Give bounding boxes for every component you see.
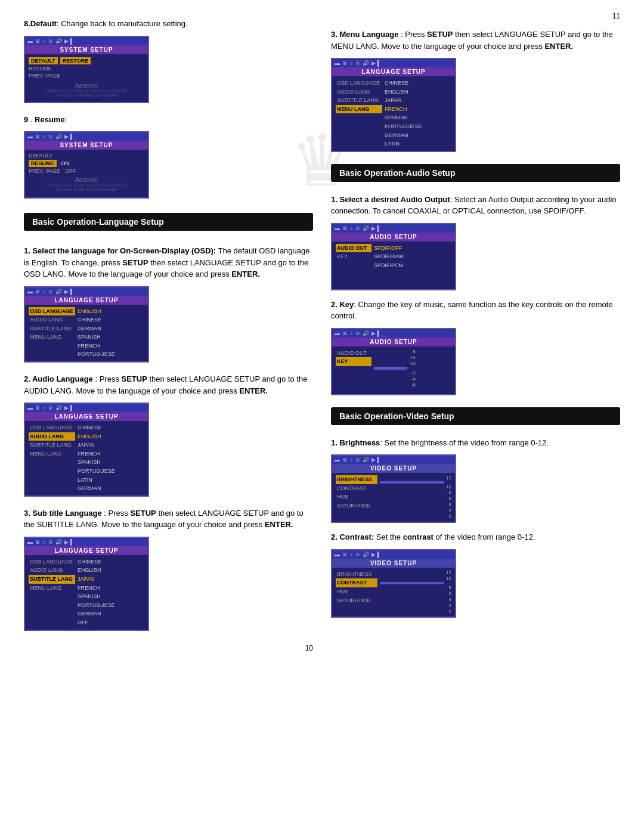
bar-label-m4: -4	[374, 376, 416, 382]
subtitle-val: GERMAN	[78, 324, 144, 333]
audio-lang-opt-2: AUDIO LANG	[29, 432, 75, 441]
audio-val-3: ENGLISH	[78, 566, 144, 575]
screen-lang-subtitle: ▬ 🖥 ♪ ⊘ 🔊 ▶▐ LANGUAGE SETUP OSD LANGUAGE…	[24, 537, 149, 631]
extra-val-r3: GERMAN	[385, 131, 451, 140]
extra-val-3: SPANISH	[78, 458, 144, 467]
volume-icon-2: 🔊	[55, 134, 62, 140]
menu-lang-opt-2: MENU LANG	[29, 450, 75, 459]
osd-lang-opt-4: OSD LANGUAGE	[336, 79, 382, 88]
volume-icon-v1: 🔊	[363, 457, 369, 463]
screen-body-video2: BRIGHTNESS CONTRAST HUE SATURATION 12 10	[332, 568, 455, 617]
video1-bar: 12 10 8 6 4 2 0	[380, 475, 451, 519]
screen-title-lang1: LANGUAGE SETUP	[25, 296, 148, 305]
extra-val-10: OFF	[78, 618, 144, 627]
brand-sub-4: with USB & Memory Card Reader	[29, 187, 144, 191]
section-lang1-text: 1. Select the language for On-Screen-Dis…	[24, 245, 313, 280]
banner-audio-setup: Basic Operation-Audio Setup	[331, 164, 620, 182]
nav-icon-2: ▶▐	[64, 134, 72, 140]
disc-icon-v2: ▬	[335, 552, 340, 558]
screen-audio-out: ▬ 🖥 ♪ ⊘ 🔊 ▶▐ AUDIO SETUP AUDIO OUT	[331, 223, 456, 290]
topbar-icons-video1: ▬ 🖥 ♪ ⊘ 🔊 ▶▐	[335, 457, 379, 463]
screen-body-lang3: OSD LANGUAGE AUDIO LANG SUBTITLE LANG ME…	[25, 555, 148, 630]
music-icon-v2: ♪	[350, 552, 353, 558]
section-9-title: 9 . Resume:	[24, 114, 313, 126]
screen-title-lang3: LANGUAGE SETUP	[25, 546, 148, 555]
nav-icon: ▶▐	[64, 38, 72, 44]
osd-val-2: CHINESE	[78, 423, 144, 432]
section-video1-text: 1. Brightness: Set the brightness of the…	[331, 437, 620, 449]
screen-title-video1: VIDEO SETUP	[332, 464, 455, 473]
screen-body-lang1: OSD LANGUAGE AUDIO LANG SUBTITLE LANG ME…	[25, 305, 148, 362]
screen-topbar-2: ▬ 🖥 ♪ ⊘ 🔊 ▶▐	[25, 132, 148, 141]
volume-icon: 🔊	[55, 38, 62, 44]
lang1-values: ENGLISH CHINESE GERMAN SPANISH FRENCH PO…	[78, 307, 144, 360]
audio-lang-opt-4: AUDIO LANG	[336, 88, 382, 97]
stop-icon-v2: ⊘	[355, 552, 360, 558]
screen-body-video1: BRIGHTNESS CONTRAST HUE SATURATION 12 10	[332, 473, 455, 522]
screen-body-1: DEFAULT RESTORE RESUME PREV. PAGE Aesoni…	[25, 54, 148, 102]
spdif-pcm-val: SPDIF/PCM	[374, 261, 451, 270]
stop-icon-2: ⊘	[48, 134, 53, 140]
screen-row-prevpage: PREV. PAGE	[29, 72, 144, 79]
music-icon-2: ♪	[43, 134, 46, 140]
screen-title-lang4: LANGUAGE SETUP	[332, 67, 455, 76]
spdif-raw-val: SPDIF/RAW	[374, 252, 451, 261]
off-label: OFF	[65, 168, 76, 174]
screen-lang-osd: ▬ 🖥 ♪ ⊘ 🔊 ▶▐ LANGUAGE SETUP OSD LANGUAGE…	[24, 286, 149, 363]
extra-val-r2: PORTUGUESE	[385, 122, 451, 131]
extra-val-2: PORTUGUESE	[78, 350, 144, 359]
nav-icon-l1: ▶▐	[64, 289, 72, 295]
lang3-values: CHINESE ENGLISH JAPAN FRENCH SPANISH POR…	[78, 558, 144, 627]
screen-body-audio2: AUDIO OUT KEY 8 +4 +2 -2	[332, 346, 455, 394]
nav-icon-l2: ▶▐	[64, 405, 72, 411]
topbar-icons: ▬ 🖥 ♪ ⊘ 🔊 ▶▐	[27, 38, 72, 44]
volume-icon-v2: 🔊	[363, 552, 369, 558]
v-bar-10: 10	[380, 484, 451, 490]
video2-labels: BRIGHTNESS CONTRAST HUE SATURATION	[336, 570, 377, 614]
cd-icon-l1: 🖥	[35, 289, 41, 295]
screen-lang-audio: ▬ 🖥 ♪ ⊘ 🔊 ▶▐ LANGUAGE SETUP OSD LANGUAGE…	[24, 402, 149, 497]
screen-row-prevpage-2: PREV. PAGE OFF	[29, 168, 144, 175]
menu-lang-opt-4: MENU LANG	[336, 105, 382, 114]
subtitle-lang-opt: SUBTITLE LANG	[29, 324, 75, 333]
music-icon-l2: ♪	[43, 405, 46, 411]
subtitle-val-2: JAPAN	[78, 441, 144, 450]
screen-row-default: DEFAULT RESTORE	[29, 57, 144, 65]
topbar-icons-audio2: ▬ 🖥 ♪ ⊘ 🔊 ▶▐	[335, 330, 379, 336]
video2-bar: 12 10 8 6 4 2 0	[380, 570, 451, 614]
audio1-labels: AUDIO OUT KEY	[336, 244, 371, 287]
v-bar-fill-1	[380, 481, 444, 484]
section-audio2: 2. Key: Change the key of music, same fu…	[331, 299, 620, 395]
section-video2-text: 2. Contrast: Set the contrast of the vid…	[331, 531, 620, 543]
section-lang3-text: 3. Sub title Language : Press SETUP then…	[24, 507, 313, 531]
volume-icon-l3: 🔊	[55, 539, 62, 545]
screen-title-audio1: AUDIO SETUP	[332, 233, 455, 241]
cd-icon-a2: 🖥	[342, 330, 348, 336]
cd-icon-a1: 🖥	[342, 225, 348, 231]
lang4-labels: OSD LANGUAGE AUDIO LANG SUBTITLE LANG ME…	[336, 79, 382, 148]
stop-icon-v1: ⊘	[355, 457, 360, 463]
disc-icon-2: ▬	[27, 134, 33, 140]
spdif-off-val: SPDIF/OFF	[374, 244, 451, 253]
audio-val: CHINESE	[78, 315, 144, 324]
menu-val-2: FRENCH	[78, 450, 144, 459]
menu-lang-opt: MENU LANG	[29, 333, 75, 342]
screen-video-contrast: ▬ 🖥 ♪ ⊘ 🔊 ▶▐ VIDEO SETUP BRIGHTNES	[331, 549, 456, 618]
screen-topbar: ▬ 🖥 ♪ ⊘ 🔊 ▶▐	[25, 37, 148, 45]
audio1-values: SPDIF/OFF SPDIF/RAW SPDIF/PCM	[374, 244, 451, 287]
resume-label: RESUME	[29, 66, 52, 72]
disc-icon-l3: ▬	[27, 539, 33, 545]
brand-aesonic-2: Aesonic	[29, 176, 144, 183]
subtitle-lang-opt-4: SUBTITLE LANG	[336, 96, 382, 105]
subtitle-lang-opt-2: SUBTITLE LANG	[29, 441, 75, 450]
bar-label-2: +2	[374, 361, 416, 366]
extra-val-5: LATIN	[78, 476, 144, 485]
volume-icon-l4: 🔊	[363, 60, 369, 66]
extra-val-1: FRENCH	[78, 342, 144, 351]
screen-body-lang2: OSD LANGUAGE AUDIO LANG SUBTITLE LANG ME…	[25, 421, 148, 496]
screen-title-audio2: AUDIO SETUP	[332, 337, 455, 346]
section-lang1: 1. Select the language for On-Screen-Dis…	[24, 245, 313, 363]
bar-label-4: +4	[374, 355, 416, 360]
stop-icon-l3: ⊘	[48, 539, 53, 545]
topbar-icons-lang4: ▬ 🖥 ♪ ⊘ 🔊 ▶▐	[335, 60, 379, 66]
